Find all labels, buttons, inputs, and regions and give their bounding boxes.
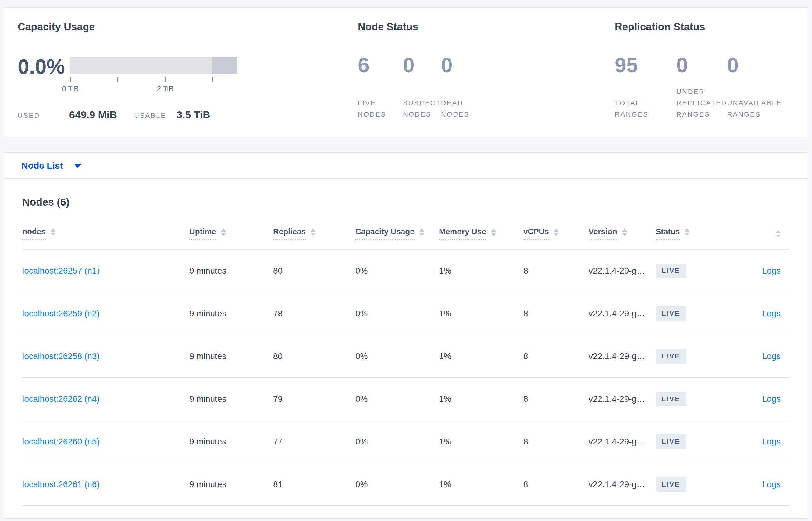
table-row: localhost:26257 (n1) 9 minutes 80 0% 1% … — [22, 250, 790, 292]
replicas-cell: 77 — [273, 437, 355, 447]
axis-tick — [117, 77, 118, 82]
sort-icon — [221, 228, 226, 236]
stat-label: UNAVAILABLE RANGES — [727, 97, 782, 120]
status-badge: LIVE — [655, 392, 687, 406]
column-header[interactable]: Status — [655, 227, 726, 240]
memory-use-cell: 1% — [439, 352, 523, 361]
column-header-label: nodes — [22, 227, 46, 240]
stat-value: 95 — [615, 54, 676, 76]
table-body: localhost:26257 (n1) 9 minutes 80 0% 1% … — [22, 250, 790, 506]
stat-label: SUSPECT NODES — [403, 97, 441, 120]
stat-value: 0 — [403, 54, 441, 76]
capacity-usage-cell: 0% — [355, 352, 439, 361]
memory-use-cell: 1% — [439, 437, 523, 447]
replication-status-stats: 95 TOTAL RANGES 0 UNDER- REPLICATED RANG… — [615, 54, 782, 120]
version-cell: v22.1.4-29-g… — [589, 266, 655, 276]
table-row: localhost:26259 (n2) 9 minutes 78 0% 1% … — [22, 292, 790, 335]
stat-column: 95 TOTAL RANGES — [615, 54, 676, 120]
capacity-usage-cell: 0% — [355, 266, 439, 276]
logs-link[interactable]: Logs — [762, 266, 781, 275]
column-header-label: Status — [655, 227, 680, 240]
sort-descending-icon — [776, 234, 781, 237]
node-link[interactable]: localhost:26262 (n4) — [22, 394, 100, 404]
sort-icon — [622, 228, 627, 236]
replicas-cell: 80 — [273, 352, 355, 361]
capacity-usage-summary: USED 649.9 MiB USABLE 3.5 TiB — [18, 108, 286, 122]
vcpus-cell: 8 — [523, 394, 589, 404]
status-badge: LIVE — [655, 264, 687, 278]
capacity-usage-title: Capacity Usage — [18, 20, 95, 32]
used-label: USED — [18, 111, 40, 120]
stat-label: TOTAL RANGES — [615, 97, 676, 120]
status-badge: LIVE — [655, 349, 687, 364]
sort-ascending-icon — [420, 228, 424, 231]
sort-descending-icon — [420, 233, 424, 236]
table-row: localhost:26258 (n3) 9 minutes 80 0% 1% … — [22, 335, 790, 378]
nodes-table-title: Nodes (6) — [22, 196, 790, 208]
stat-column: 0 DEAD NODES — [441, 54, 470, 120]
cluster-overview-card: Capacity Usage 0.0% 0 TiB 2 TiB USED 649… — [4, 7, 808, 137]
node-link[interactable]: localhost:26261 (n6) — [22, 479, 100, 489]
column-header[interactable]: Uptime — [189, 227, 273, 240]
table-row: localhost:26260 (n5) 9 minutes 77 0% 1% … — [22, 420, 790, 463]
replicas-cell: 79 — [273, 394, 355, 404]
version-cell: v22.1.4-29-g… — [589, 437, 655, 447]
sort-icon — [554, 228, 559, 236]
column-header[interactable]: Replicas — [273, 227, 355, 240]
capacity-usage-cell: 0% — [355, 437, 439, 447]
vcpus-cell: 8 — [523, 266, 589, 276]
status-badge: LIVE — [655, 434, 687, 449]
node-status-stats: 6 LIVE NODES 0 SUSPECT NODES 0 DEAD NODE… — [358, 54, 470, 120]
column-header[interactable]: vCPUs — [523, 227, 589, 240]
logs-link[interactable]: Logs — [762, 352, 781, 361]
sort-descending-icon — [221, 233, 226, 236]
axis-label-0tib: 0 TiB — [52, 84, 89, 93]
sort-descending-icon — [311, 233, 315, 236]
column-header[interactable] — [726, 230, 790, 240]
node-status-panel: Node Status 6 LIVE NODES 0 SUSPECT NODES… — [358, 8, 590, 137]
logs-link[interactable]: Logs — [762, 394, 781, 404]
column-header[interactable]: Memory Use — [439, 227, 523, 240]
status-badge: LIVE — [655, 477, 687, 492]
sort-descending-icon — [51, 233, 55, 236]
column-header-label: vCPUs — [523, 227, 549, 240]
sort-ascending-icon — [685, 228, 690, 231]
column-header-label: Version — [589, 227, 617, 240]
node-list-dropdown[interactable]: Node List — [21, 153, 81, 178]
table-header-row: nodes Uptime Replicas — [22, 227, 790, 250]
uptime-cell: 9 minutes — [189, 352, 273, 361]
sort-ascending-icon — [51, 228, 55, 231]
node-status-title: Node Status — [358, 20, 418, 32]
node-link[interactable]: localhost:26257 (n1) — [22, 266, 100, 275]
sort-ascending-icon — [491, 228, 496, 231]
node-link[interactable]: localhost:26258 (n3) — [22, 352, 100, 361]
replication-status-title: Replication Status — [615, 20, 705, 32]
capacity-usage-cell: 0% — [355, 394, 439, 404]
capacity-usage-cell: 0% — [355, 309, 439, 318]
sort-ascending-icon — [311, 228, 315, 231]
capacity-percent-value: 0.0% — [18, 55, 65, 77]
node-link[interactable]: localhost:26259 (n2) — [22, 309, 100, 318]
uptime-cell: 9 minutes — [189, 394, 273, 404]
column-header[interactable]: nodes — [22, 227, 189, 240]
stat-value: 0 — [727, 54, 782, 76]
axis-tick — [165, 77, 166, 82]
stat-value: 0 — [441, 54, 470, 76]
stat-column: 6 LIVE NODES — [358, 54, 403, 120]
capacity-bar-nonusable-segment — [212, 57, 237, 74]
logs-link[interactable]: Logs — [762, 309, 781, 318]
column-header[interactable]: Version — [589, 227, 655, 240]
axis-label-2tib: 2 TiB — [147, 84, 184, 93]
replication-status-panel: Replication Status 95 TOTAL RANGES 0 UND… — [615, 8, 804, 137]
column-header-label: Replicas — [273, 227, 306, 240]
logs-link[interactable]: Logs — [762, 479, 781, 489]
column-header[interactable]: Capacity Usage — [355, 227, 439, 240]
uptime-cell: 9 minutes — [189, 437, 273, 447]
sort-icon — [776, 230, 781, 237]
vcpus-cell: 8 — [523, 352, 589, 361]
logs-link[interactable]: Logs — [762, 437, 781, 446]
node-link[interactable]: localhost:26260 (n5) — [22, 437, 100, 446]
capacity-usage-cell: 0% — [355, 479, 439, 489]
stat-column: 0 UNDER- REPLICATED RANGES — [676, 54, 727, 120]
stat-value: 6 — [358, 54, 403, 76]
